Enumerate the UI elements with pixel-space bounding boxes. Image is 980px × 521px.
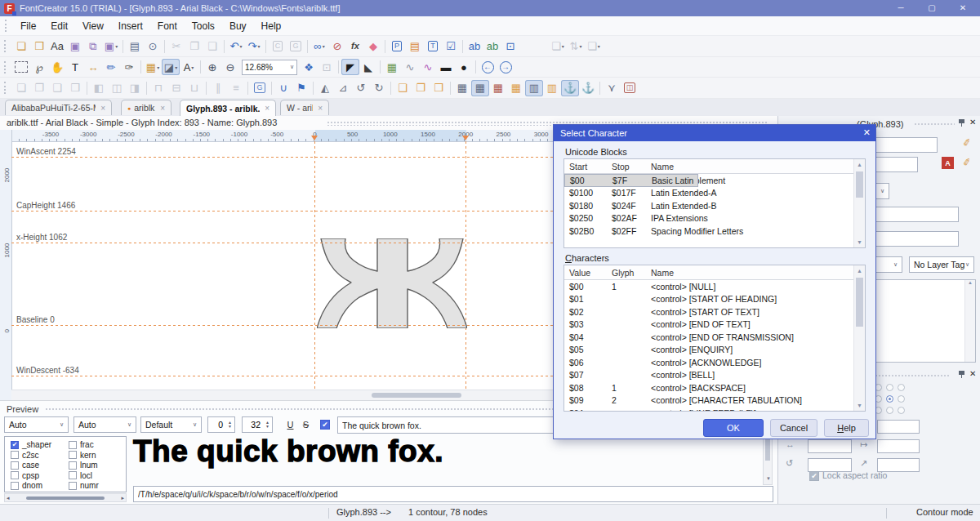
magic-wand-icon[interactable]: ✐ bbox=[962, 156, 972, 169]
scroll-right-icon[interactable]: ▸ bbox=[121, 495, 124, 501]
feature-numr[interactable]: numr bbox=[69, 481, 99, 490]
snap-magnet-icon[interactable]: ∪ bbox=[274, 80, 292, 96]
show-anchors-icon[interactable]: ⚓ bbox=[561, 80, 579, 96]
character-row[interactable]: $0A<control> [LINE FEED (LF)] bbox=[564, 407, 865, 412]
feature-c2sc[interactable]: c2sc bbox=[11, 451, 39, 460]
character-row[interactable]: $01<control> [START OF HEADING] bbox=[564, 293, 865, 306]
menu-buy[interactable]: Buy bbox=[222, 16, 254, 36]
rotate-ccw-icon[interactable]: ↺ bbox=[352, 80, 370, 96]
zoom-fit-icon[interactable]: ❖ bbox=[300, 59, 318, 75]
scrollbar-thumb[interactable] bbox=[765, 439, 770, 461]
flip-horizontal-icon[interactable]: ◭ bbox=[316, 80, 334, 96]
anchor-radio[interactable] bbox=[886, 407, 893, 414]
preview-enabled-checkbox[interactable]: ✔ bbox=[320, 420, 330, 430]
font-overview-icon[interactable]: Aa bbox=[48, 38, 66, 55]
exclude-contours-icon[interactable]: ❐ bbox=[412, 80, 430, 96]
update-composites-icon[interactable]: G bbox=[251, 80, 269, 96]
stepper-arrows-icon[interactable]: ▲▼ bbox=[263, 421, 272, 429]
feature-checkbox[interactable]: ✔ bbox=[11, 441, 19, 449]
vertical-ruler[interactable]: 200010000 bbox=[0, 130, 12, 400]
contour-direction-icon[interactable]: ⚑ bbox=[292, 80, 310, 96]
unicode-block-row[interactable]: $0250$02AFIPA Extensions bbox=[564, 212, 865, 225]
unicode-block-row[interactable]: $00$7FBasic Latin bbox=[564, 174, 698, 187]
text-tool-icon[interactable]: T bbox=[66, 59, 84, 75]
anchor-radio[interactable] bbox=[898, 395, 905, 403]
composite-data-icon[interactable]: ◫ bbox=[621, 80, 639, 96]
label-color-icon[interactable]: A▾ bbox=[180, 59, 198, 75]
glyph-zhe-outline[interactable] bbox=[317, 238, 467, 328]
draw-tool-icon[interactable]: ✏ bbox=[102, 59, 120, 75]
unicode-block-row[interactable]: $0180$024FLatin Extended-B bbox=[564, 199, 865, 212]
font-validation-icon[interactable]: ☑ bbox=[442, 38, 460, 55]
preview-script-select[interactable]: Auto∨ bbox=[74, 416, 136, 433]
glyph-sequence-input[interactable] bbox=[133, 486, 773, 502]
feature-frac[interactable]: frac bbox=[69, 440, 94, 449]
feature-shaper[interactable]: ✔_shaper bbox=[11, 440, 51, 449]
left-bearing-marker[interactable] bbox=[311, 136, 318, 140]
font-size-stepper[interactable]: 32 ▲▼ bbox=[242, 416, 273, 433]
menu-help[interactable]: Help bbox=[254, 16, 289, 36]
magic-wand-icon[interactable]: ✐ bbox=[962, 136, 972, 149]
zoom-in-icon[interactable]: ⊕ bbox=[203, 59, 221, 75]
feature-checkbox[interactable] bbox=[69, 441, 77, 449]
maximize-button[interactable]: ▢ bbox=[918, 0, 946, 16]
compare-fonts-icon[interactable]: ab bbox=[466, 38, 483, 55]
lock-metrics-icon[interactable]: ▥ bbox=[543, 80, 561, 96]
insert-image-icon[interactable]: ▦ bbox=[383, 59, 401, 75]
unicode-blocks-table[interactable]: StartStopName$00$7FBasic Latin$80$FFLati… bbox=[564, 158, 866, 248]
smart-guides-icon[interactable]: ▦ bbox=[489, 80, 507, 96]
feature-dnom[interactable]: dnom bbox=[11, 481, 42, 490]
menu-font[interactable]: Font bbox=[150, 16, 185, 36]
tab-close-icon[interactable]: × bbox=[100, 104, 105, 113]
height-input[interactable] bbox=[808, 458, 852, 472]
link-icon[interactable]: ∞▾ bbox=[310, 38, 328, 55]
feature-checkbox[interactable] bbox=[69, 451, 77, 459]
tab-w-ariblk-ttf[interactable]: W - ariblk.ttf× bbox=[280, 100, 329, 115]
tab-glyph-893-ariblk-ttf[interactable]: Glyph.893 - ariblk.ttf× bbox=[180, 100, 276, 116]
snap-to-grid-icon[interactable]: ▦ bbox=[471, 80, 489, 96]
pin-icon[interactable] bbox=[958, 370, 966, 379]
feature-checkbox[interactable] bbox=[11, 471, 19, 479]
left-bearing-guide[interactable] bbox=[314, 141, 315, 390]
scrollbar-thumb[interactable] bbox=[856, 171, 863, 198]
feature-cpsp[interactable]: cpsp bbox=[11, 471, 39, 480]
close-button[interactable]: ✕ bbox=[949, 0, 977, 16]
save-copy-icon[interactable]: ⧉ bbox=[84, 38, 102, 55]
menu-file[interactable]: File bbox=[13, 16, 43, 36]
unicode-block-row[interactable]: $0100$017FLatin Extended-A bbox=[564, 187, 865, 200]
find-icon[interactable]: ⊙ bbox=[144, 38, 162, 55]
pointer-tool-icon[interactable]: ◤ bbox=[341, 59, 359, 75]
save-as-icon[interactable]: ▣▾ bbox=[102, 38, 120, 55]
scroll-left-icon[interactable]: ◂ bbox=[7, 495, 10, 501]
anchor-radio[interactable] bbox=[886, 384, 893, 391]
menu-edit[interactable]: Edit bbox=[43, 16, 75, 36]
character-row[interactable]: $06<control> [ACKNOWLEDGE] bbox=[564, 356, 865, 369]
features-hscrollbar[interactable]: ◂ ▸ bbox=[4, 493, 127, 502]
preview-language-select[interactable]: Default∨ bbox=[140, 416, 202, 433]
underline-button[interactable]: U bbox=[283, 416, 297, 433]
help-button[interactable]: Help bbox=[824, 419, 869, 437]
panel-close-icon[interactable]: ✕ bbox=[969, 369, 976, 378]
layer-tag-select[interactable]: No Layer Tag∨ bbox=[909, 256, 974, 273]
pan-tool-icon[interactable]: ✋ bbox=[48, 59, 66, 75]
red-badge-icon[interactable]: A bbox=[942, 157, 954, 169]
scale-input[interactable] bbox=[877, 458, 920, 472]
tab-ariblk-ttf[interactable]: ●ariblk.ttf× bbox=[121, 100, 172, 115]
feature-checkbox[interactable] bbox=[69, 482, 77, 490]
select-tool-icon[interactable] bbox=[12, 59, 30, 75]
install-font-icon[interactable]: ⊡ bbox=[501, 38, 519, 55]
lock-guidelines-icon[interactable]: ▦ bbox=[507, 80, 525, 96]
stepper-arrows-icon[interactable]: ▲▼ bbox=[225, 421, 234, 429]
anchor-radio[interactable] bbox=[898, 407, 905, 414]
unlink-icon[interactable]: ⊘ bbox=[328, 38, 346, 55]
show-metrics-icon[interactable]: ▥ bbox=[525, 80, 543, 96]
redo-icon[interactable]: ↷▾ bbox=[245, 38, 263, 55]
measure-tool-icon[interactable]: ↔ bbox=[84, 59, 102, 75]
dialog-close-icon[interactable]: ✕ bbox=[863, 127, 871, 138]
minimize-button[interactable]: ─ bbox=[887, 0, 915, 16]
table-scrollbar[interactable]: ▲▼ bbox=[853, 265, 865, 411]
anchor-radio[interactable] bbox=[898, 384, 905, 391]
listbox-scrollbar[interactable]: ▲ bbox=[964, 280, 975, 362]
show-grid-icon[interactable]: ▦ bbox=[453, 80, 471, 96]
scroll-up-icon[interactable]: ▲ bbox=[854, 265, 865, 276]
